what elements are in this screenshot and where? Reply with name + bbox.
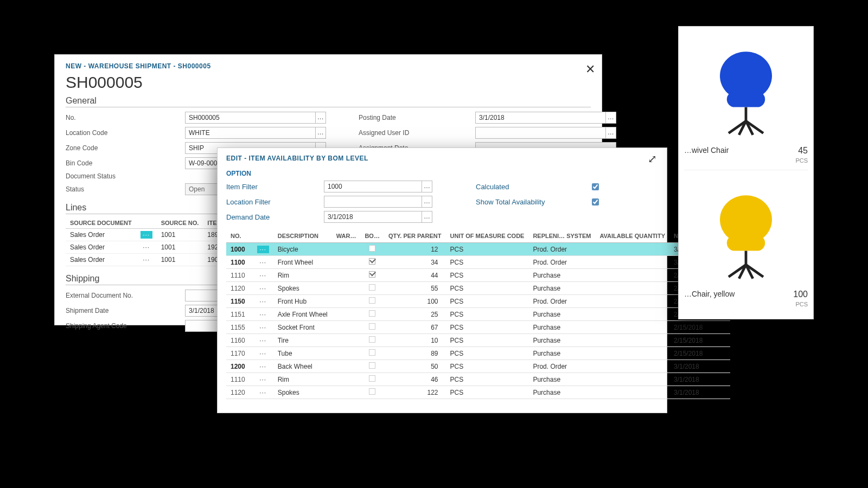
bo-checkbox[interactable] xyxy=(369,245,375,252)
bo-checkbox[interactable] xyxy=(369,297,375,304)
col-uom[interactable]: UNIT OF MEASURE CODE xyxy=(446,229,529,243)
table-row[interactable]: 1110···Rim46PCSPurchase3/1/2018 xyxy=(226,373,730,386)
row-actions-icon[interactable]: ··· xyxy=(257,389,269,396)
posting-date-label: Posting Date xyxy=(359,114,470,121)
bo-checkbox[interactable] xyxy=(369,362,375,369)
location-lookup-button[interactable]: … xyxy=(315,127,326,139)
col-no[interactable]: NO. xyxy=(226,229,253,243)
bo-checkbox[interactable] xyxy=(369,323,375,330)
product-card[interactable]: …wivel Chair 45 PCS xyxy=(684,32,808,170)
bo-checkbox[interactable] xyxy=(369,271,375,278)
cell-need: 2/15/2018 xyxy=(669,347,730,360)
bo-checkbox[interactable] xyxy=(369,336,375,343)
product-qty: 100 xyxy=(793,290,808,299)
col-source-no[interactable]: SOURCE NO. xyxy=(157,217,203,229)
row-actions-icon[interactable]: ··· xyxy=(141,256,152,264)
cell-need: 3/1/2018 xyxy=(669,386,730,399)
assigned-user-input[interactable] xyxy=(475,127,606,139)
cell-bo xyxy=(360,282,384,295)
cell-uom: PCS xyxy=(446,243,529,256)
row-actions-icon[interactable]: ··· xyxy=(257,324,269,331)
cell-qty: 46 xyxy=(384,373,446,386)
table-row[interactable]: 1110···Rim44PCSPurchase2/15/2018 xyxy=(226,269,730,282)
cell-war xyxy=(332,321,361,334)
row-actions-icon[interactable]: ··· xyxy=(257,285,269,292)
cell-uom: PCS xyxy=(446,386,529,399)
location-filter-label: Location Filter xyxy=(226,198,318,206)
row-actions-icon[interactable]: ··· xyxy=(257,350,269,357)
location-filter-input[interactable] xyxy=(324,196,422,208)
col-qty[interactable]: QTY. PER PARENT xyxy=(384,229,446,243)
cell-description: Back Wheel xyxy=(273,360,332,373)
location-code-input[interactable] xyxy=(185,127,316,139)
bo-checkbox[interactable] xyxy=(369,310,375,317)
table-row[interactable]: 1120···Spokes55PCSPurchase2/15/2018 xyxy=(226,282,730,295)
col-war[interactable]: WAR… xyxy=(332,229,361,243)
cell-avail xyxy=(595,347,669,360)
col-avail[interactable]: AVAILABLE QUANTITY xyxy=(595,229,669,243)
calculated-checkbox[interactable] xyxy=(592,183,599,190)
col-bo[interactable]: BO… xyxy=(360,229,384,243)
bo-checkbox[interactable] xyxy=(369,388,375,395)
cell-qty: 34 xyxy=(384,256,446,269)
bo-checkbox[interactable] xyxy=(369,375,375,382)
expand-icon[interactable]: ⤢ xyxy=(648,152,657,165)
cell-source-no: 1001 xyxy=(157,241,203,254)
table-row[interactable]: 1170···Tube89PCSPurchase2/15/2018 xyxy=(226,347,730,360)
posting-date-lookup-button[interactable]: … xyxy=(605,112,616,124)
row-actions-icon[interactable]: ··· xyxy=(141,243,152,251)
row-actions-icon[interactable]: ··· xyxy=(257,246,269,253)
table-row[interactable]: 1155···Socket Front67PCSPurchase2/15/201… xyxy=(226,321,730,334)
row-actions-icon[interactable]: ··· xyxy=(257,376,269,383)
svg-rect-1 xyxy=(727,92,765,107)
table-row[interactable]: 1160···Tire10PCSPurchase2/15/2018 xyxy=(226,334,730,347)
bo-checkbox[interactable] xyxy=(369,284,375,291)
no-label: No. xyxy=(66,114,180,121)
bo-checkbox[interactable] xyxy=(369,258,375,265)
table-row[interactable]: 1150···Front Hub100PCSProd. Order2/15/20… xyxy=(226,295,730,308)
cell-no: 1110 xyxy=(226,373,253,386)
no-input[interactable] xyxy=(185,112,316,124)
cell-avail xyxy=(595,308,669,321)
row-actions-icon[interactable]: ··· xyxy=(257,272,269,279)
product-name: …Chair, yellow xyxy=(684,290,735,308)
row-actions-icon[interactable]: ··· xyxy=(141,231,152,239)
cell-war xyxy=(332,243,361,256)
demand-date-input[interactable] xyxy=(324,211,422,223)
table-row[interactable]: 1151···Axle Front Wheel25PCSPurchase2/15… xyxy=(226,308,730,321)
cell-avail xyxy=(595,243,669,256)
product-card[interactable]: …Chair, yellow 100 PCS xyxy=(684,176,808,313)
cell-war xyxy=(332,269,361,282)
table-row[interactable]: 1200···Back Wheel50PCSProd. Order3/1/201… xyxy=(226,360,730,373)
cell-no: 1150 xyxy=(226,295,253,308)
row-actions-icon[interactable]: ··· xyxy=(257,337,269,344)
section-general: General xyxy=(66,96,591,107)
no-lookup-button[interactable]: … xyxy=(315,112,326,124)
show-total-checkbox[interactable] xyxy=(592,198,599,206)
demand-date-lookup-button[interactable]: … xyxy=(422,211,432,223)
row-actions-icon[interactable]: ··· xyxy=(257,311,269,318)
bo-checkbox[interactable] xyxy=(369,349,375,356)
posting-date-input[interactable] xyxy=(475,112,606,124)
col-desc[interactable]: DESCRIPTION xyxy=(273,229,332,243)
cell-war xyxy=(332,373,361,386)
table-row[interactable]: 1100···Front Wheel34PCSProd. Order3/1/20… xyxy=(226,256,730,269)
item-filter-input[interactable] xyxy=(324,181,422,192)
cell-bo xyxy=(360,347,384,360)
cell-avail xyxy=(595,269,669,282)
cell-repl: Purchase xyxy=(528,282,595,295)
row-actions-icon[interactable]: ··· xyxy=(257,259,269,266)
cell-uom: PCS xyxy=(446,360,529,373)
row-actions-icon[interactable]: ··· xyxy=(257,298,269,305)
table-row[interactable]: 1000···Bicycle12PCSProd. Order3/1/2018 xyxy=(226,243,730,256)
location-filter-lookup-button[interactable]: … xyxy=(422,196,432,208)
cell-qty: 89 xyxy=(384,347,446,360)
col-source-document[interactable]: SOURCE DOCUMENT xyxy=(66,217,136,229)
close-icon[interactable]: ✕ xyxy=(585,62,595,76)
assigned-user-lookup-button[interactable]: … xyxy=(605,127,616,139)
row-actions-icon[interactable]: ··· xyxy=(257,363,269,370)
col-repl[interactable]: REPLENI… SYSTEM xyxy=(528,229,595,243)
cell-description: Tire xyxy=(273,334,332,347)
item-filter-lookup-button[interactable]: … xyxy=(422,181,432,192)
table-row[interactable]: 1120···Spokes122PCSPurchase3/1/2018 xyxy=(226,386,730,399)
